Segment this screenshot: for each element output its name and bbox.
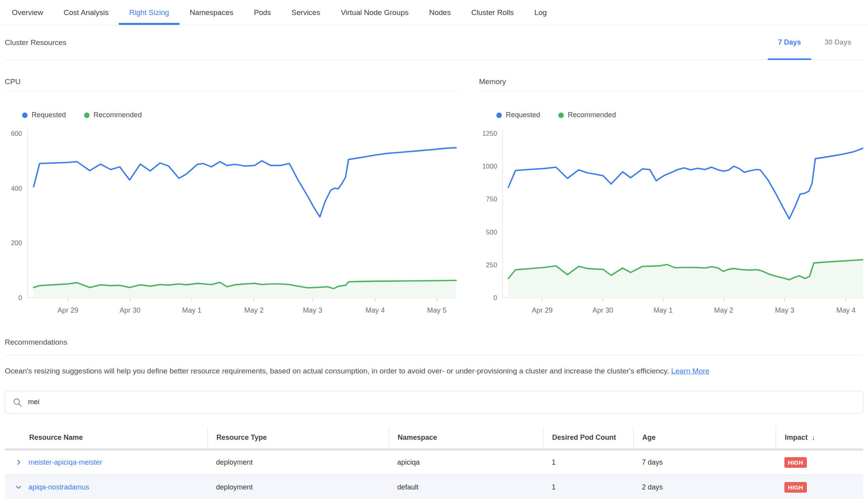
main-tabbar: Overview Cost Analysis Right Sizing Name… <box>0 0 868 25</box>
tab-nodes[interactable]: Nodes <box>419 0 461 25</box>
svg-text:May 3: May 3 <box>775 306 794 314</box>
memory-chart-title: Memory <box>479 77 863 91</box>
svg-text:May 4: May 4 <box>836 306 856 314</box>
memory-line-chart: 125010007505002500Apr 29Apr 30May 1May 2… <box>479 126 863 316</box>
column-header-impact[interactable]: Impact ↓ <box>776 426 863 448</box>
cluster-resources-header: Cluster Resources 7 Days 30 Days <box>5 25 863 60</box>
tab-cost-analysis[interactable]: Cost Analysis <box>53 0 119 25</box>
column-header-resource-type[interactable]: Resource Type <box>208 426 389 448</box>
tab-namespaces[interactable]: Namespaces <box>180 0 244 25</box>
svg-text:600: 600 <box>11 130 22 137</box>
legend-label: Recommended <box>568 111 616 119</box>
svg-text:0: 0 <box>493 294 497 302</box>
impact-badge: HIGH <box>784 482 807 493</box>
recommendations-table: Resource Name Resource Type Namespace De… <box>5 426 863 499</box>
resource-type-cell: deployment <box>208 458 389 467</box>
namespace-cell: default <box>389 483 543 491</box>
svg-text:750: 750 <box>486 195 497 203</box>
legend-label: Requested <box>32 111 66 119</box>
desired-pod-count-cell: 1 <box>543 458 633 467</box>
chevron-right-icon[interactable] <box>15 459 22 466</box>
recommendations-title: Recommendations <box>5 338 863 356</box>
tab-virtual-node-groups[interactable]: Virtual Node Groups <box>331 0 419 25</box>
svg-text:0: 0 <box>19 294 22 302</box>
charts-section: CPU Requested Recommended 6004002000Apr … <box>5 77 863 316</box>
svg-text:May 5: May 5 <box>427 306 447 314</box>
svg-text:May 3: May 3 <box>303 306 322 314</box>
impact-badge: HIGH <box>784 457 807 468</box>
range-tab-30-days[interactable]: 30 Days <box>813 25 863 60</box>
svg-text:Apr 29: Apr 29 <box>532 306 553 314</box>
cpu-chart-panel: CPU Requested Recommended 6004002000Apr … <box>5 77 458 316</box>
sort-descending-icon[interactable]: ↓ <box>812 433 816 442</box>
column-header-resource-name[interactable]: Resource Name <box>5 426 208 448</box>
svg-text:1250: 1250 <box>482 130 497 137</box>
cpu-chart-title: CPU <box>5 77 458 91</box>
requested-series-dot-icon <box>496 113 502 118</box>
svg-text:Apr 29: Apr 29 <box>58 306 79 314</box>
memory-chart-panel: Memory Requested Recommended 12501000750… <box>479 77 863 316</box>
range-tab-7-days[interactable]: 7 Days <box>766 25 813 60</box>
cpu-chart-legend: Requested Recommended <box>22 111 458 119</box>
tab-right-sizing[interactable]: Right Sizing <box>119 0 179 25</box>
recommended-series-dot-icon <box>84 113 90 118</box>
tab-log[interactable]: Log <box>524 0 557 25</box>
legend-item-recommended[interactable]: Recommended <box>84 111 142 119</box>
svg-text:250: 250 <box>486 261 497 269</box>
column-header-desired-pod-count[interactable]: Desired Pod Count <box>543 426 633 448</box>
cluster-resources-title: Cluster Resources <box>5 38 66 47</box>
legend-label: Recommended <box>94 111 142 119</box>
svg-text:May 1: May 1 <box>653 306 673 314</box>
svg-text:500: 500 <box>486 229 497 236</box>
search-input[interactable] <box>28 398 856 406</box>
memory-chart-legend: Requested Recommended <box>496 111 863 119</box>
resource-name-link[interactable]: meister-apiciqa-meister <box>28 458 102 467</box>
tab-services[interactable]: Services <box>281 0 331 25</box>
table-row[interactable]: meister-apiciqa-meister deployment apici… <box>5 450 863 475</box>
recommended-series-dot-icon <box>558 113 564 118</box>
requested-series-dot-icon <box>22 113 28 118</box>
column-header-age[interactable]: Age <box>633 426 776 448</box>
svg-text:1000: 1000 <box>482 163 497 170</box>
column-header-namespace[interactable]: Namespace <box>389 426 543 448</box>
svg-text:May 4: May 4 <box>365 306 385 314</box>
age-cell: 7 days <box>633 458 776 467</box>
svg-text:May 2: May 2 <box>244 306 264 314</box>
namespace-cell: apiciqa <box>389 458 543 467</box>
table-header-row: Resource Name Resource Type Namespace De… <box>5 426 863 450</box>
resource-type-cell: deployment <box>208 483 389 491</box>
recommendations-description-text: Ocean's resizing suggestions will help y… <box>5 367 669 375</box>
tab-overview[interactable]: Overview <box>2 0 53 25</box>
svg-text:May 2: May 2 <box>714 306 733 314</box>
tab-cluster-rolls[interactable]: Cluster Rolls <box>461 0 524 25</box>
table-row[interactable]: apiqa-nostradamus deployment default 1 2… <box>5 475 863 499</box>
desired-pod-count-cell: 1 <box>543 483 633 491</box>
range-tabs: 7 Days 30 Days <box>766 25 863 60</box>
recommendations-description: Ocean's resizing suggestions will help y… <box>5 366 863 377</box>
chevron-down-icon[interactable] <box>15 484 22 491</box>
resource-name-link[interactable]: apiqa-nostradamus <box>28 483 89 491</box>
legend-item-requested[interactable]: Requested <box>22 111 66 119</box>
learn-more-link[interactable]: Learn More <box>671 367 709 375</box>
cpu-line-chart: 6004002000Apr 29Apr 30May 1May 2May 3May… <box>5 126 458 316</box>
search-icon <box>12 397 22 407</box>
legend-label: Requested <box>506 111 540 119</box>
age-cell: 2 days <box>633 483 776 491</box>
svg-text:200: 200 <box>11 239 22 247</box>
svg-text:May 1: May 1 <box>182 306 201 314</box>
tab-pods[interactable]: Pods <box>244 0 281 25</box>
svg-text:Apr 30: Apr 30 <box>120 306 140 314</box>
legend-item-recommended[interactable]: Recommended <box>558 111 616 119</box>
search-box[interactable] <box>5 391 863 414</box>
svg-text:400: 400 <box>11 185 22 192</box>
legend-item-requested[interactable]: Requested <box>496 111 540 119</box>
svg-text:Apr 30: Apr 30 <box>593 306 614 314</box>
